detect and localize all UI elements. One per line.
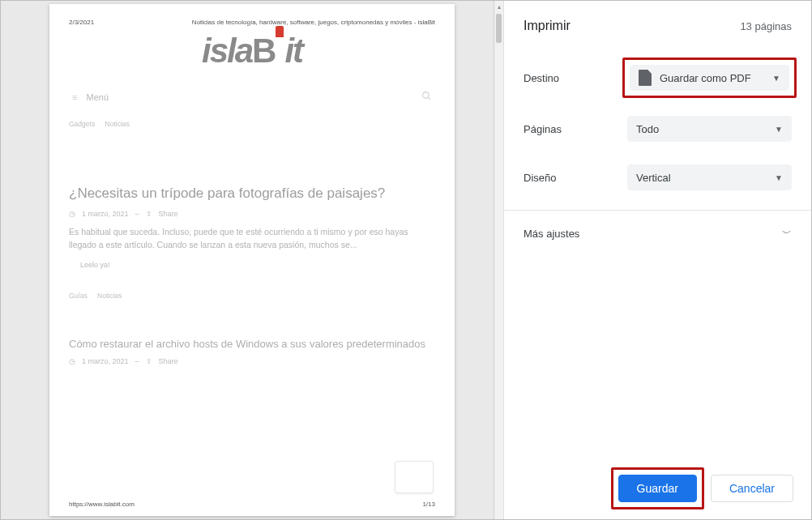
logo-text-left: isla — [202, 32, 252, 70]
preview-site-title: Noticias de tecnología, hardware, softwa… — [192, 19, 435, 26]
share-icon: ⇪ — [146, 210, 152, 218]
tag: Gadgets — [69, 120, 95, 128]
footer-url: https://www.islabit.com — [69, 501, 135, 508]
tag: Guías — [69, 292, 88, 300]
site-logo: islaBit — [69, 34, 435, 68]
highlight-save: Guardar — [611, 467, 704, 509]
dialog-body: Destino Guardar como PDF ▼ Páginas Todo … — [504, 46, 811, 461]
article-body: Es habitual que suceda. Incluso, puede q… — [69, 226, 435, 252]
chevron-down-icon: ▼ — [775, 125, 783, 134]
scroll-thumb[interactable] — [496, 14, 502, 43]
save-button[interactable]: Guardar — [618, 475, 697, 502]
print-preview-pane: 2/3/2021 Noticias de tecnología, hardwar… — [1, 1, 503, 519]
pdf-file-icon — [639, 70, 652, 86]
preview-page-header: 2/3/2021 Noticias de tecnología, hardwar… — [69, 19, 435, 26]
menu-label: Menú — [86, 92, 109, 102]
pages-select[interactable]: Todo ▼ — [627, 116, 792, 142]
meta-sep: – — [135, 357, 139, 365]
article-share: Share — [159, 357, 178, 365]
svg-point-0 — [423, 92, 430, 99]
preview-date: 2/3/2021 — [69, 19, 94, 26]
article-title: Cómo restaurar el archivo hosts de Windo… — [69, 337, 435, 352]
row-layout: Diseño Vertical ▼ — [524, 153, 792, 202]
destination-select[interactable]: Guardar como PDF ▼ — [630, 65, 789, 91]
article-date: 1 marzo, 2021 — [82, 357, 129, 365]
share-icon: ⇪ — [146, 357, 152, 365]
svg-line-1 — [428, 97, 430, 100]
hamburger-icon: ≡ — [72, 92, 77, 102]
preview-article-2: Cómo restaurar el archivo hosts de Windo… — [69, 337, 435, 364]
dialog-footer: Guardar Cancelar — [504, 461, 811, 519]
preview-page-footer: https://www.islabit.com 1/13 — [69, 501, 435, 508]
preview-page: 2/3/2021 Noticias de tecnología, hardwar… — [49, 4, 455, 516]
more-settings-label: Más ajustes — [524, 228, 579, 240]
layout-select[interactable]: Vertical ▼ — [627, 164, 792, 190]
preview-tags-2: Guías Noticias — [69, 292, 435, 300]
article-title: ¿Necesitas un trípode para fotografías d… — [69, 185, 435, 203]
highlight-destination: Guardar como PDF ▼ — [622, 58, 797, 98]
article-meta: ◷ 1 marzo, 2021 – ⇪ Share — [69, 210, 435, 218]
chevron-down-icon: ﹀ — [782, 227, 792, 241]
preview-article-1: ¿Necesitas un trípode para fotografías d… — [69, 185, 435, 269]
destination-value: Guardar como PDF — [660, 72, 751, 84]
clock-icon: ◷ — [69, 357, 75, 365]
article-meta: ◷ 1 marzo, 2021 – ⇪ Share — [69, 357, 435, 365]
article-read-link: Leelo ya! — [80, 261, 435, 269]
pages-value: Todo — [636, 123, 659, 135]
dialog-header: Imprimir 13 páginas — [504, 1, 811, 46]
destination-label: Destino — [524, 72, 627, 84]
chevron-down-icon: ▼ — [775, 173, 783, 182]
meta-sep: – — [135, 210, 139, 218]
dialog-title: Imprimir — [524, 19, 571, 33]
preview-scrollbar[interactable]: ▴ — [494, 1, 503, 519]
clock-icon: ◷ — [69, 210, 75, 218]
tag: Noticias — [105, 120, 130, 128]
layout-value: Vertical — [636, 172, 671, 184]
layout-label: Diseño — [524, 172, 627, 184]
search-icon — [421, 91, 432, 104]
logo-text-right: it — [284, 32, 302, 70]
preview-tags-1: Gadgets Noticias — [69, 120, 435, 128]
sheet-count: 13 páginas — [740, 20, 792, 32]
article-share: Share — [159, 210, 178, 218]
print-dialog-root: 2/3/2021 Noticias de tecnología, hardwar… — [0, 0, 812, 520]
row-destination: Destino Guardar como PDF ▼ — [524, 51, 792, 104]
logo-accent-dot — [276, 26, 284, 37]
preview-menu-bar: ≡ Menú — [69, 86, 435, 109]
chevron-down-icon: ▼ — [772, 74, 780, 83]
more-settings-toggle[interactable]: Más ajustes ﹀ — [524, 211, 792, 257]
print-settings-panel: Imprimir 13 páginas Destino Guardar como… — [503, 1, 811, 519]
cancel-button[interactable]: Cancelar — [711, 475, 793, 502]
tag: Noticias — [97, 292, 122, 300]
pages-label: Páginas — [524, 123, 627, 135]
scroll-up-icon[interactable]: ▴ — [496, 2, 502, 11]
article-date: 1 marzo, 2021 — [82, 210, 129, 218]
footer-page: 1/13 — [422, 501, 435, 508]
recaptcha-badge — [395, 461, 434, 493]
row-pages: Páginas Todo ▼ — [524, 104, 792, 153]
